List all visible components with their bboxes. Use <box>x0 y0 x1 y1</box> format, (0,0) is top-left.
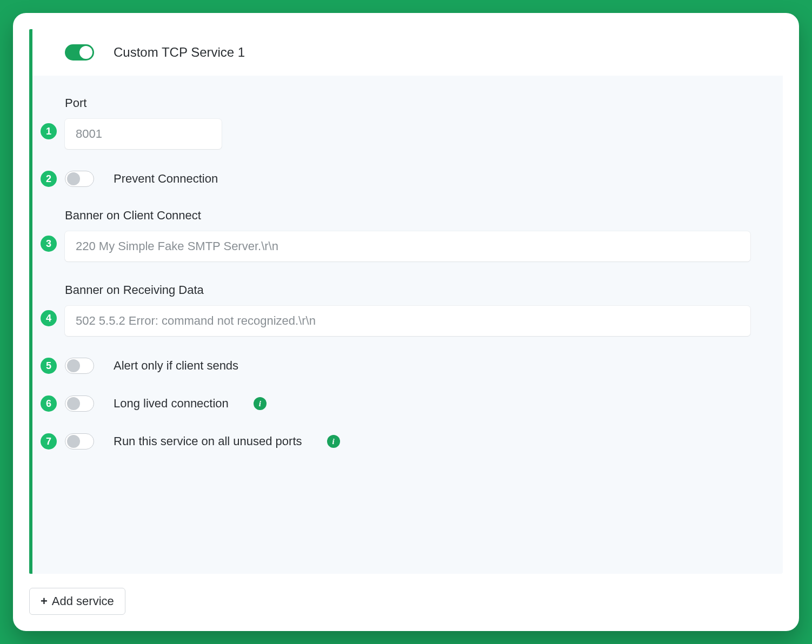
step-badge-6: 6 <box>41 395 57 412</box>
port-input[interactable] <box>65 119 222 149</box>
banner-receive-row: 4 Banner on Receiving Data <box>32 283 750 336</box>
port-row: 1 Port <box>32 96 750 149</box>
plus-icon: + <box>41 595 48 607</box>
alert-only-toggle[interactable] <box>65 358 94 374</box>
all-ports-row: 7 Run this service on all unused ports i <box>32 433 750 450</box>
service-title: Custom TCP Service 1 <box>114 45 245 60</box>
step-badge-5: 5 <box>41 358 57 374</box>
footer-bar: + Add service <box>29 574 783 615</box>
long-lived-toggle[interactable] <box>65 395 94 412</box>
card-container: Custom TCP Service 1 1 Port 2 Prevent Co… <box>13 13 799 631</box>
banner-connect-label: Banner on Client Connect <box>65 209 750 223</box>
banner-connect-row: 3 Banner on Client Connect <box>32 209 750 261</box>
long-lived-row: 6 Long lived connection i <box>32 395 750 412</box>
banner-receive-label: Banner on Receiving Data <box>65 283 750 297</box>
service-panel: Custom TCP Service 1 1 Port 2 Prevent Co… <box>29 29 783 574</box>
prevent-connection-toggle[interactable] <box>65 171 94 187</box>
alert-only-label: Alert only if client sends <box>114 359 238 373</box>
add-service-label: Add service <box>52 594 114 608</box>
info-icon[interactable]: i <box>254 397 267 410</box>
prevent-connection-label: Prevent Connection <box>114 172 218 186</box>
step-badge-7: 7 <box>41 433 57 450</box>
service-enabled-toggle[interactable] <box>65 44 94 61</box>
prevent-connection-row: 2 Prevent Connection <box>32 171 750 187</box>
step-badge-2: 2 <box>41 171 57 187</box>
step-badge-3: 3 <box>41 236 57 252</box>
banner-connect-input[interactable] <box>65 231 750 261</box>
step-badge-4: 4 <box>41 310 57 326</box>
port-label: Port <box>65 96 750 110</box>
panel-body: 1 Port 2 Prevent Connection 3 Banner on … <box>32 76 783 574</box>
alert-only-row: 5 Alert only if client sends <box>32 358 750 374</box>
step-badge-1: 1 <box>41 123 57 139</box>
info-icon[interactable]: i <box>327 435 340 448</box>
all-ports-toggle[interactable] <box>65 433 94 450</box>
banner-receive-input[interactable] <box>65 306 750 336</box>
add-service-button[interactable]: + Add service <box>29 588 125 615</box>
all-ports-label: Run this service on all unused ports <box>114 434 302 448</box>
panel-header: Custom TCP Service 1 <box>32 29 783 76</box>
long-lived-label: Long lived connection <box>114 397 229 411</box>
